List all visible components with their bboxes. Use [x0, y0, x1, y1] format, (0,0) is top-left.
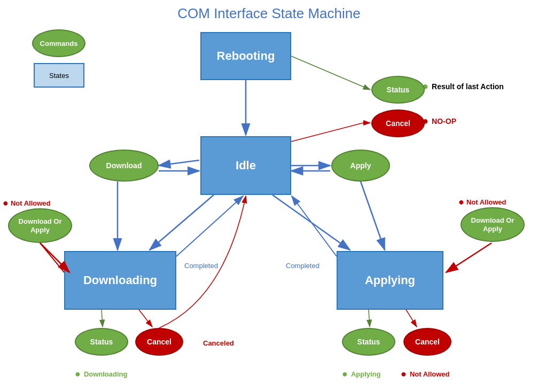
cancel-download-label: Cancel — [147, 338, 171, 346]
applying-state: Applying — [337, 251, 443, 310]
downloading-bullet-label: Downloading — [84, 370, 128, 378]
status-top-ellipse: Status — [371, 76, 425, 104]
not-allowed-right-label: Not Allowed — [466, 198, 506, 206]
not-allowed-left-label: Not Allowed — [11, 199, 51, 207]
not-allowed-apply-bullet-container: ● Not Allowed — [401, 369, 450, 380]
download-command-ellipse: Download — [89, 150, 159, 182]
svg-line-6 — [291, 56, 370, 90]
result-label: Result of last Action — [432, 82, 504, 91]
svg-line-22 — [446, 243, 492, 272]
apply-label: Apply — [350, 161, 371, 170]
not-allowed-right-container: ● Not Allowed — [458, 197, 506, 208]
applying-label: Applying — [365, 273, 415, 287]
cancel-top-ellipse: Cancel — [371, 109, 425, 137]
cancel-top-label: Cancel — [386, 119, 410, 128]
not-allowed-apply-bullet-dot: ● — [401, 369, 407, 380]
svg-line-18 — [139, 310, 152, 327]
result-label-container: ● Result of last Action — [422, 80, 504, 92]
apply-command-ellipse: Apply — [331, 150, 390, 182]
diagram-title: COM Interface State Machine — [0, 5, 538, 22]
completed-right-label: Completed — [286, 262, 319, 270]
svg-line-14 — [292, 196, 337, 256]
status-apply-ellipse: Status — [342, 328, 395, 356]
idle-label: Idle — [236, 159, 256, 173]
download-or-apply-right-label: Download Or Apply — [462, 216, 524, 233]
not-allowed-left-container: ● Not Allowed — [3, 198, 51, 209]
applying-bullet-dot: ● — [342, 369, 348, 380]
svg-line-7 — [159, 160, 199, 166]
download-or-apply-left-ellipse: Download Or Apply — [8, 208, 72, 243]
download-or-apply-left-label: Download Or Apply — [9, 217, 71, 234]
status-download-label: Status — [90, 338, 113, 346]
rebooting-label: Rebooting — [217, 49, 275, 63]
applying-bullet-label: Applying — [351, 370, 381, 378]
cancel-apply-label: Cancel — [415, 338, 440, 346]
noop-label-container: ● NO-OP — [422, 115, 456, 127]
status-download-ellipse: Status — [75, 328, 128, 356]
diagram-container: COM Interface State Machine Commands Sta… — [0, 0, 538, 392]
legend-commands-ellipse: Commands — [32, 29, 85, 57]
downloading-bullet-dot: ● — [75, 369, 81, 380]
status-top-label: Status — [387, 85, 410, 94]
svg-line-17 — [102, 310, 103, 327]
download-or-apply-right-ellipse: Download Or Apply — [461, 207, 525, 242]
applying-bullet-container: ● Applying — [342, 369, 380, 380]
svg-line-16 — [272, 195, 350, 250]
downloading-bullet-container: ● Downloading — [75, 369, 127, 380]
status-apply-label: Status — [357, 338, 380, 346]
svg-line-13 — [176, 196, 243, 256]
cancel-apply-ellipse: Cancel — [403, 328, 451, 356]
svg-line-15 — [150, 195, 214, 250]
canceled-label: Canceled — [203, 339, 234, 347]
downloading-state: Downloading — [64, 251, 176, 310]
download-label: Download — [106, 161, 142, 170]
not-allowed-left-bullet: ● — [3, 198, 9, 209]
svg-line-19 — [369, 310, 370, 327]
not-allowed-right-bullet: ● — [458, 197, 464, 208]
cancel-download-ellipse: Cancel — [135, 328, 183, 356]
legend-states-box: States — [34, 63, 84, 88]
legend-commands-label: Commands — [40, 40, 78, 48]
svg-line-12 — [361, 182, 385, 250]
completed-left-label: Completed — [184, 262, 218, 270]
svg-line-20 — [406, 310, 417, 327]
legend-states-label: States — [49, 72, 69, 80]
rebooting-state: Rebooting — [200, 32, 291, 80]
not-allowed-apply-bullet-label: Not Allowed — [410, 370, 450, 378]
noop-label: NO-OP — [432, 117, 456, 126]
idle-state: Idle — [200, 136, 291, 195]
downloading-label: Downloading — [83, 273, 157, 287]
